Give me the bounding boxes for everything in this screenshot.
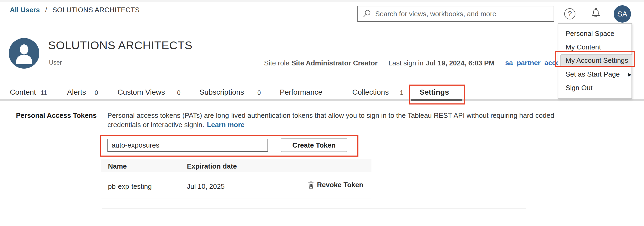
breadcrumb-separator: / xyxy=(45,6,47,14)
trash-icon xyxy=(308,181,314,189)
token-name-cell: pb-exp-testing xyxy=(108,182,152,191)
pat-description-text: Personal access tokens (PATs) are long-l… xyxy=(107,111,554,129)
section-divider xyxy=(102,208,526,209)
revoke-token-label: Revoke Token xyxy=(317,181,363,189)
breadcrumb-all-users-link[interactable]: All Users xyxy=(10,6,40,14)
tab-bar-divider xyxy=(0,99,644,101)
account-name-link[interactable]: sa_partner_accou xyxy=(505,59,564,67)
user-avatar-icon xyxy=(9,38,39,69)
top-strip xyxy=(0,0,644,2)
menu-item-set-start-page[interactable]: Set as Start Page ▶ xyxy=(558,68,632,81)
revoke-token-button[interactable]: Revoke Token xyxy=(308,181,363,189)
help-glyph: ? xyxy=(568,10,572,18)
table-row: pb-exp-testing Jul 10, 2025 Revoke Token xyxy=(101,172,371,199)
tab-collections[interactable]: Collections xyxy=(352,88,389,97)
token-expiration-cell: Jul 10, 2025 xyxy=(187,182,225,191)
tab-subscriptions-count[interactable]: 0 xyxy=(257,89,261,97)
menu-item-my-account-settings[interactable]: My Account Settings xyxy=(558,54,632,68)
my-account-settings-highlight: My Account Settings xyxy=(561,55,632,67)
last-sign-in-value: Jul 19, 2024, 6:03 PM xyxy=(426,59,495,67)
selected-tab-indicator xyxy=(411,99,462,101)
help-icon[interactable]: ? xyxy=(564,8,575,19)
section-heading-pat: Personal Access Tokens xyxy=(16,111,97,120)
tab-subscriptions[interactable]: Subscriptions xyxy=(199,88,244,97)
tab-custom-views-count[interactable]: 0 xyxy=(177,89,181,97)
tab-content-count[interactable]: 11 xyxy=(41,89,47,97)
column-header-name: Name xyxy=(108,162,127,170)
set-start-page-label: Set as Start Page xyxy=(566,70,620,78)
tab-alerts-count[interactable]: 0 xyxy=(95,89,98,97)
token-name-input[interactable] xyxy=(107,139,268,152)
token-table: Name Expiration date pb-exp-testing Jul … xyxy=(101,159,371,199)
last-sign-in-label: Last sign in xyxy=(388,59,424,67)
site-role-label: Site role xyxy=(264,59,289,67)
tab-collections-count[interactable]: 1 xyxy=(400,89,403,97)
tab-performance[interactable]: Performance xyxy=(280,88,322,97)
search-icon xyxy=(362,9,371,18)
account-dropdown-menu: Personal Space My Content My Account Set… xyxy=(558,23,632,99)
search-input[interactable]: Search for views, workbooks, and more xyxy=(357,6,554,22)
token-table-header: Name Expiration date xyxy=(101,159,371,172)
column-header-expiration: Expiration date xyxy=(187,162,237,170)
learn-more-link[interactable]: Learn more xyxy=(207,121,245,129)
menu-item-sign-out[interactable]: Sign Out xyxy=(558,81,632,95)
site-role-value: Site Administrator Creator xyxy=(291,59,378,67)
page-title: SOLUTIONS ARCHITECTS xyxy=(48,39,193,52)
menu-item-personal-space[interactable]: Personal Space xyxy=(558,27,632,40)
breadcrumb-current: SOLUTIONS ARCHITECTS xyxy=(52,6,140,14)
tab-settings[interactable]: Settings xyxy=(420,88,449,97)
user-type-label: User xyxy=(49,59,62,66)
account-avatar[interactable]: SA xyxy=(614,5,631,23)
tab-content[interactable]: Content xyxy=(10,88,36,97)
tab-custom-views[interactable]: Custom Views xyxy=(118,88,165,97)
search-placeholder: Search for views, workbooks, and more xyxy=(375,10,496,18)
avatar-initials: SA xyxy=(617,10,627,18)
tab-alerts[interactable]: Alerts xyxy=(67,88,86,97)
pat-description: Personal access tokens (PATs) are long-l… xyxy=(107,111,557,129)
create-token-button[interactable]: Create Token xyxy=(281,139,347,152)
notifications-bell-icon[interactable] xyxy=(590,7,601,20)
menu-item-my-content[interactable]: My Content xyxy=(558,40,632,54)
breadcrumb: All Users / SOLUTIONS ARCHITECTS xyxy=(10,6,140,14)
submenu-arrow-icon: ▶ xyxy=(628,72,632,77)
